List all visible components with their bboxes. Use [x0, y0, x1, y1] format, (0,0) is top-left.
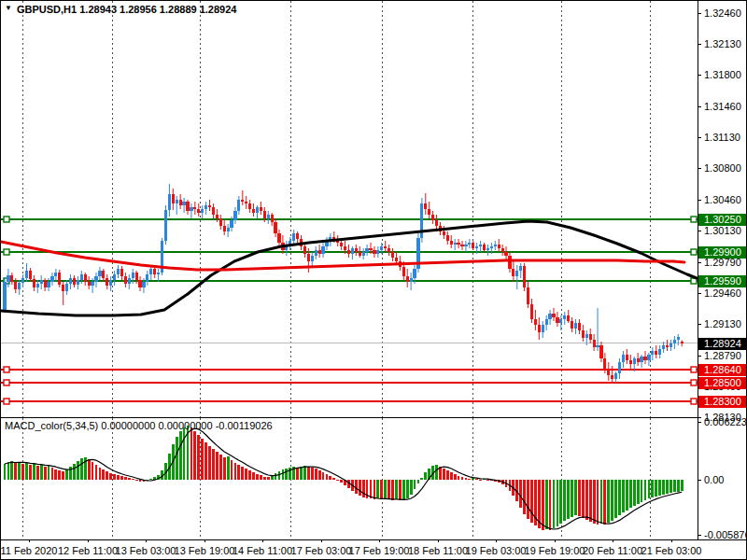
price-axis-tick	[698, 168, 701, 169]
symbol-dropdown-icon[interactable]: ▼	[5, 4, 12, 12]
candle-body	[643, 357, 646, 360]
candle-body	[216, 215, 218, 218]
macd-bar	[461, 477, 464, 480]
price-axis-line	[698, 1, 698, 539]
macd-bar	[435, 465, 438, 480]
candle-body	[658, 349, 661, 355]
candle-body	[669, 343, 672, 347]
candle-body	[673, 340, 676, 343]
candle-body	[91, 282, 93, 286]
macd-bar	[406, 480, 409, 498]
candle-body	[388, 248, 390, 252]
macd-bar	[578, 480, 581, 516]
macd-bar	[40, 465, 43, 480]
line-anchor-handle[interactable]	[691, 217, 697, 222]
line-anchor-handle[interactable]	[691, 399, 697, 404]
macd-axis-tick	[698, 480, 701, 481]
line-anchor-handle[interactable]	[4, 217, 9, 222]
level-price-badge-red: 1.28300	[698, 396, 747, 408]
line-anchor-handle[interactable]	[4, 367, 9, 372]
candle-body	[464, 245, 467, 246]
candle-body	[3, 282, 6, 310]
support-line-red[interactable]	[1, 399, 698, 404]
candle-body	[142, 282, 145, 287]
macd-bar	[73, 464, 76, 480]
resistance-line-green[interactable]	[1, 217, 698, 222]
macd-bar	[7, 462, 10, 480]
macd-bar	[681, 480, 684, 491]
macd-bar	[227, 456, 230, 480]
candle-body	[629, 360, 632, 364]
candle-body	[498, 245, 500, 248]
candle-body	[406, 276, 409, 282]
candle-body	[351, 248, 354, 254]
price-axis-tick	[698, 106, 701, 107]
macd-bar	[318, 470, 321, 480]
candle-body	[424, 203, 427, 209]
candle-body	[376, 250, 379, 254]
support-line-red[interactable]	[1, 367, 698, 372]
macd-indicator-pane[interactable]	[1, 418, 698, 539]
macd-bar	[527, 480, 529, 519]
line-anchor-handle[interactable]	[691, 249, 697, 255]
price-axis-tick	[698, 137, 701, 138]
candle-body	[146, 274, 148, 282]
line-anchor-handle[interactable]	[4, 399, 9, 404]
line-anchor-handle[interactable]	[4, 380, 9, 385]
price-axis-label: 1.28790	[704, 350, 741, 362]
macd-bar	[303, 466, 306, 480]
candle-body	[563, 315, 566, 319]
line-anchor-handle[interactable]	[691, 367, 697, 372]
candle-body	[274, 222, 276, 233]
candle-body	[607, 370, 610, 375]
candle-body	[373, 250, 375, 254]
macd-bar	[486, 480, 489, 481]
macd-bar	[201, 439, 204, 480]
moving-average-slow-black[interactable]	[1, 221, 697, 315]
time-axis-line	[1, 539, 746, 540]
price-axis-tick	[698, 231, 701, 231]
candle-body	[410, 278, 413, 282]
candle-body	[450, 241, 453, 245]
candle-body	[611, 375, 613, 379]
candle-body	[578, 323, 581, 330]
macd-axis-tick	[698, 422, 701, 423]
price-axis-label: 1.32460	[704, 7, 741, 20]
candle-body	[172, 194, 175, 203]
main-price-chart[interactable]	[1, 1, 698, 417]
line-anchor-handle[interactable]	[4, 249, 9, 255]
macd-bar	[370, 480, 373, 498]
macd-bar	[311, 468, 314, 480]
candle-body	[380, 246, 383, 250]
candle-body	[14, 282, 17, 289]
macd-bar	[234, 463, 237, 480]
candle-body	[490, 246, 493, 248]
candle-body	[475, 246, 478, 248]
candle-body	[321, 246, 324, 254]
macd-bar	[102, 469, 105, 480]
level-price-badge-green: 1.29590	[698, 275, 747, 287]
candle-body	[219, 218, 222, 226]
candle-body	[263, 211, 266, 218]
candle-body	[677, 337, 680, 340]
macd-bar	[216, 452, 218, 480]
macd-bar	[359, 480, 361, 496]
resistance-line-green[interactable]	[1, 278, 698, 284]
line-anchor-handle[interactable]	[691, 380, 697, 385]
support-line-red[interactable]	[1, 380, 698, 385]
candle-body	[362, 252, 365, 256]
macd-bar	[597, 480, 599, 525]
candle-body	[58, 273, 61, 285]
macd-bar	[611, 480, 613, 521]
macd-bar	[256, 474, 259, 480]
macd-bar	[315, 469, 317, 480]
time-axis-label: 12 Feb 11:00	[58, 545, 118, 557]
macd-bar	[241, 467, 244, 480]
candle-body	[515, 271, 518, 276]
candle-body	[347, 250, 350, 254]
candle-body	[340, 243, 343, 246]
macd-bar	[340, 480, 343, 483]
time-axis-label: 14 Feb 11:00	[233, 545, 292, 557]
candle-body	[7, 275, 9, 282]
macd-bar	[622, 480, 625, 512]
